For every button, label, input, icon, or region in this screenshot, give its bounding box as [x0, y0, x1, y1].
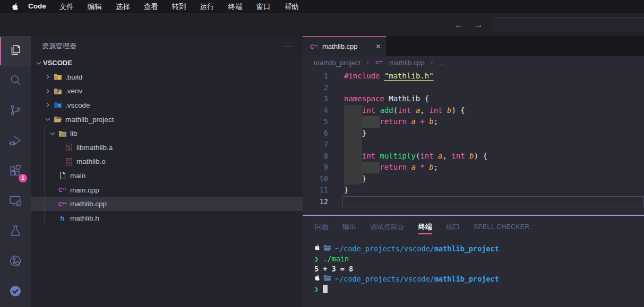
line-number[interactable]: 2 — [303, 82, 344, 94]
editor-code[interactable]: 1#include "mathlib.h"23namespace MathLib… — [303, 69, 644, 215]
binary-icon: 0110 — [64, 143, 73, 152]
breadcrumb-item[interactable]: ... — [439, 59, 444, 67]
line-number[interactable]: 11 — [303, 185, 344, 196]
macos-menubar: Code文件编辑选择查看转到运行终端窗口帮助 — [0, 0, 644, 13]
menu-item-view[interactable]: 查看 — [137, 2, 165, 12]
line-number[interactable]: 10 — [303, 173, 344, 185]
menu-item-code[interactable]: Code — [22, 2, 53, 12]
line-number[interactable]: 4 — [303, 105, 344, 117]
nav-forward-button[interactable]: → — [473, 20, 485, 30]
code-line-3[interactable]: 3namespace MathLib { — [303, 93, 644, 105]
panel-tab-output[interactable]: 输出 — [336, 216, 363, 238]
code-line-6[interactable]: 6 } — [303, 128, 644, 139]
menu-item-terminal[interactable]: 终端 — [221, 2, 250, 12]
editor-tabstrip: C++ mathlib.cpp × — [303, 36, 644, 56]
tree-item-build[interactable]: .build — [31, 70, 303, 84]
activity-item-gitlens[interactable] — [0, 247, 31, 277]
tree-item-mathlib-cpp[interactable]: C++mathlib.cpp — [31, 197, 303, 211]
menu-item-selection[interactable]: 选择 — [109, 2, 137, 12]
tree-item-label: libmathlib.a — [76, 144, 113, 152]
hfile-icon: h — [58, 214, 67, 222]
line-number[interactable]: 12 — [303, 196, 344, 208]
line-number[interactable]: 1 — [303, 71, 344, 82]
extensions-badge: 1 — [19, 174, 27, 182]
menu-item-window[interactable]: 窗口 — [250, 2, 278, 12]
code-line-7[interactable]: 7 — [303, 139, 644, 151]
files-icon — [8, 43, 22, 59]
line-number[interactable]: 3 — [303, 93, 344, 105]
code-line-5[interactable]: 5 return a + b; — [303, 116, 644, 128]
workspace-section-header[interactable]: VSCODE — [31, 56, 303, 70]
tree-item-vscode[interactable]: .vscode — [31, 98, 303, 112]
panel-tab-spell-checker[interactable]: SPELL CHECKER — [467, 216, 536, 238]
file-icon — [58, 171, 67, 180]
tree-item-main[interactable]: main — [31, 169, 303, 183]
line-number[interactable]: 9 — [303, 162, 344, 173]
code-line-10[interactable]: 10 } — [303, 173, 644, 185]
terminal-line: ❯ — [314, 284, 644, 294]
code-line-11[interactable]: 11} — [303, 185, 644, 196]
chevron-down-icon — [35, 59, 43, 67]
line-number[interactable]: 6 — [303, 128, 344, 139]
terminal-output[interactable]: ~/code_projects/vscode/mathlib_project❯ … — [303, 238, 644, 307]
activity-item-run-debug[interactable] — [0, 126, 31, 156]
file-tree: .build.venv.vscodemathlib_projectlib0110… — [31, 70, 303, 225]
panel-tabs: 问题输出调试控制台终端端口SPELL CHECKER — [303, 216, 644, 238]
workspace-name: VSCODE — [43, 59, 72, 67]
menu-item-run[interactable]: 运行 — [193, 2, 221, 12]
breadcrumb-item[interactable]: mathlib_project — [314, 59, 360, 67]
prompt-folder-icon — [323, 244, 331, 251]
terminal-cursor — [323, 285, 328, 293]
activity-item-testing[interactable] — [0, 217, 31, 247]
indent-guide — [44, 126, 45, 225]
check-circle-icon — [8, 284, 22, 300]
activity-item-extensions[interactable]: 1 — [0, 156, 31, 187]
panel-tab-terminal[interactable]: 终端 — [411, 216, 439, 238]
menu-item-file[interactable]: 文件 — [53, 2, 81, 12]
debug-icon — [8, 134, 22, 150]
code-line-4[interactable]: 4 int add(int a, int b) { — [303, 105, 644, 117]
explorer-more-button[interactable]: ··· — [284, 41, 293, 50]
code-line-2[interactable]: 2 — [303, 82, 644, 94]
command-center-search[interactable] — [493, 17, 644, 31]
tree-item-label: .venv — [65, 87, 82, 95]
code-line-1[interactable]: 1#include "mathlib.h" — [303, 71, 644, 82]
editor-tab-mathlib-cpp[interactable]: C++ mathlib.cpp × — [303, 36, 386, 56]
nav-back-button[interactable]: ← — [453, 20, 465, 30]
panel-tab-problems[interactable]: 问题 — [308, 216, 336, 238]
code-line-12[interactable]: 12 — [303, 196, 644, 208]
code-line-8[interactable]: 8 int multiply(int a, int b) { — [303, 151, 644, 162]
menu-item-help[interactable]: 帮助 — [278, 2, 306, 12]
tree-item-lib[interactable]: lib — [31, 126, 303, 141]
terminal-line: 5 + 3 = 8 — [314, 264, 644, 274]
activity-item-search[interactable] — [0, 66, 31, 97]
tree-item-mathlib-h[interactable]: hmathlib.h — [31, 211, 303, 225]
beaker-icon — [8, 224, 22, 240]
code-line-9[interactable]: 9 return a * b; — [303, 162, 644, 173]
tree-item-venv[interactable]: .venv — [31, 84, 303, 99]
tab-close-icon[interactable]: × — [376, 42, 381, 51]
tree-item-mathlib-project[interactable]: mathlib_project — [31, 112, 303, 127]
prompt-folder-icon — [323, 275, 331, 282]
tree-item-libmathlib-a[interactable]: 0110libmathlib.a — [31, 141, 303, 155]
panel-tab-debug-console[interactable]: 调试控制台 — [363, 216, 411, 238]
breadcrumb-item[interactable]: C++mathlib.cpp — [374, 58, 424, 67]
terminal-line: ~/code_projects/vscode/mathlib_project — [314, 244, 644, 254]
activity-item-source-control[interactable] — [0, 97, 31, 127]
activity-item-spell-check[interactable] — [0, 277, 31, 307]
chevron-right-icon — [44, 101, 53, 109]
tree-item-main-cpp[interactable]: C++main.cpp — [31, 183, 303, 197]
line-number[interactable]: 8 — [303, 151, 344, 162]
menu-item-go[interactable]: 转到 — [165, 2, 193, 12]
tree-item-mathlib-o[interactable]: 0110mathlib.o — [31, 155, 303, 169]
menu-item-edit[interactable]: 编辑 — [81, 2, 109, 12]
panel-tab-ports[interactable]: 端口 — [439, 216, 467, 238]
line-number[interactable]: 5 — [303, 116, 344, 128]
activity-item-remote-explorer[interactable] — [0, 187, 31, 217]
line-number[interactable]: 7 — [303, 139, 344, 151]
explorer-title: 资源管理器 — [42, 41, 76, 51]
vscode-window: Code文件编辑选择查看转到运行终端窗口帮助 ← → 1 资源管理器 ··· V… — [0, 0, 644, 307]
apple-menu-icon[interactable] — [12, 3, 19, 11]
activity-item-explorer[interactable] — [0, 36, 31, 66]
tree-item-label: lib — [70, 129, 78, 137]
